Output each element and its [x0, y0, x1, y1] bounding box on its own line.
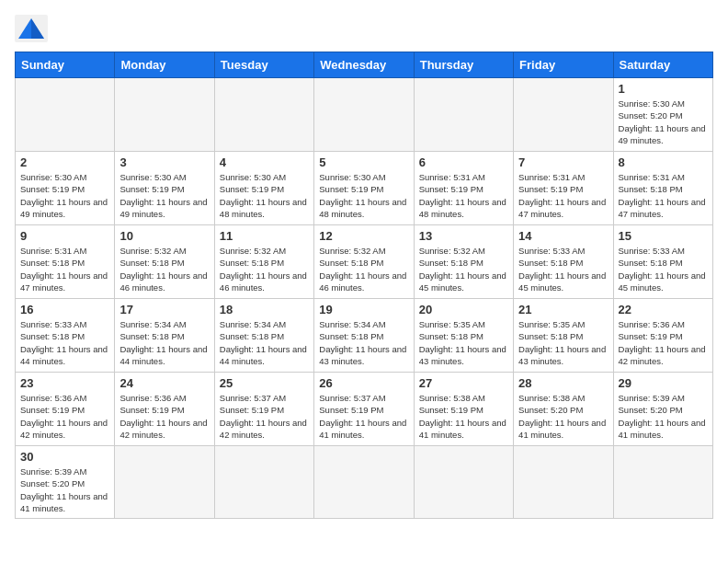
day-info: Sunrise: 5:30 AM Sunset: 5:19 PM Dayligh… — [319, 171, 408, 220]
calendar-cell: 7Sunrise: 5:31 AM Sunset: 5:19 PM Daylig… — [514, 152, 613, 225]
calendar-cell: 23Sunrise: 5:36 AM Sunset: 5:19 PM Dayli… — [16, 373, 115, 446]
calendar-cell: 1Sunrise: 5:30 AM Sunset: 5:20 PM Daylig… — [613, 78, 712, 152]
day-info: Sunrise: 5:33 AM Sunset: 5:18 PM Dayligh… — [20, 318, 109, 367]
col-header-tuesday: Tuesday — [214, 52, 313, 78]
day-info: Sunrise: 5:33 AM Sunset: 5:18 PM Dayligh… — [619, 245, 708, 293]
calendar-cell: 30Sunrise: 5:39 AM Sunset: 5:20 PM Dayli… — [16, 446, 115, 519]
calendar-cell: 27Sunrise: 5:38 AM Sunset: 5:19 PM Dayli… — [414, 373, 513, 446]
calendar-cell: 21Sunrise: 5:35 AM Sunset: 5:18 PM Dayli… — [514, 299, 613, 373]
calendar-cell: 24Sunrise: 5:36 AM Sunset: 5:19 PM Dayli… — [115, 373, 214, 446]
day-info: Sunrise: 5:32 AM Sunset: 5:18 PM Dayligh… — [319, 245, 408, 293]
calendar-cell: 5Sunrise: 5:30 AM Sunset: 5:19 PM Daylig… — [314, 152, 414, 225]
calendar-week-row: 30Sunrise: 5:39 AM Sunset: 5:20 PM Dayli… — [16, 446, 713, 519]
calendar-cell: 13Sunrise: 5:32 AM Sunset: 5:18 PM Dayli… — [414, 225, 513, 299]
logo-icon — [15, 15, 48, 42]
day-number: 4 — [220, 155, 309, 169]
calendar-cell: 12Sunrise: 5:32 AM Sunset: 5:18 PM Dayli… — [314, 225, 414, 299]
day-number: 20 — [419, 303, 508, 316]
day-number: 8 — [619, 155, 708, 169]
day-number: 17 — [119, 303, 209, 316]
day-number: 24 — [119, 376, 209, 390]
col-header-sunday: Sunday — [16, 52, 115, 78]
calendar-cell — [314, 78, 414, 152]
day-number: 7 — [518, 155, 608, 169]
day-info: Sunrise: 5:30 AM Sunset: 5:19 PM Dayligh… — [20, 171, 109, 220]
calendar-week-row: 16Sunrise: 5:33 AM Sunset: 5:18 PM Dayli… — [16, 299, 713, 373]
day-number: 6 — [419, 155, 508, 169]
calendar-table: SundayMondayTuesdayWednesdayThursdayFrid… — [15, 52, 713, 519]
calendar-cell: 8Sunrise: 5:31 AM Sunset: 5:18 PM Daylig… — [613, 152, 712, 225]
calendar-cell: 2Sunrise: 5:30 AM Sunset: 5:19 PM Daylig… — [16, 152, 115, 225]
calendar-week-row: 2Sunrise: 5:30 AM Sunset: 5:19 PM Daylig… — [16, 152, 713, 225]
calendar-cell: 26Sunrise: 5:37 AM Sunset: 5:19 PM Dayli… — [314, 373, 414, 446]
calendar-cell: 14Sunrise: 5:33 AM Sunset: 5:18 PM Dayli… — [514, 225, 613, 299]
calendar-cell — [214, 446, 313, 519]
day-number: 28 — [518, 376, 608, 390]
day-info: Sunrise: 5:31 AM Sunset: 5:18 PM Dayligh… — [619, 171, 708, 220]
day-info: Sunrise: 5:32 AM Sunset: 5:18 PM Dayligh… — [419, 245, 508, 293]
day-number: 30 — [20, 450, 109, 464]
day-number: 25 — [220, 376, 309, 390]
day-info: Sunrise: 5:32 AM Sunset: 5:18 PM Dayligh… — [220, 245, 309, 293]
col-header-saturday: Saturday — [613, 52, 712, 78]
calendar-cell — [214, 78, 313, 152]
day-number: 23 — [20, 376, 109, 390]
day-info: Sunrise: 5:32 AM Sunset: 5:18 PM Dayligh… — [119, 245, 209, 293]
day-info: Sunrise: 5:31 AM Sunset: 5:19 PM Dayligh… — [419, 171, 508, 220]
calendar-week-row: 9Sunrise: 5:31 AM Sunset: 5:18 PM Daylig… — [16, 225, 713, 299]
day-info: Sunrise: 5:37 AM Sunset: 5:19 PM Dayligh… — [319, 392, 408, 441]
calendar-cell — [414, 446, 513, 519]
calendar-cell — [314, 446, 414, 519]
day-info: Sunrise: 5:35 AM Sunset: 5:18 PM Dayligh… — [419, 318, 508, 367]
day-info: Sunrise: 5:31 AM Sunset: 5:18 PM Dayligh… — [20, 245, 109, 293]
calendar-cell: 9Sunrise: 5:31 AM Sunset: 5:18 PM Daylig… — [16, 225, 115, 299]
calendar-cell: 10Sunrise: 5:32 AM Sunset: 5:18 PM Dayli… — [115, 225, 214, 299]
day-info: Sunrise: 5:36 AM Sunset: 5:19 PM Dayligh… — [20, 392, 109, 441]
day-info: Sunrise: 5:37 AM Sunset: 5:19 PM Dayligh… — [220, 392, 309, 441]
day-info: Sunrise: 5:30 AM Sunset: 5:20 PM Dayligh… — [619, 98, 708, 146]
day-number: 18 — [220, 303, 309, 316]
day-number: 10 — [119, 229, 209, 243]
col-header-monday: Monday — [115, 52, 214, 78]
day-info: Sunrise: 5:35 AM Sunset: 5:18 PM Dayligh… — [518, 318, 608, 367]
day-number: 9 — [20, 229, 109, 243]
calendar-cell — [514, 446, 613, 519]
day-number: 22 — [619, 303, 708, 316]
calendar-cell: 15Sunrise: 5:33 AM Sunset: 5:18 PM Dayli… — [613, 225, 712, 299]
day-number: 12 — [319, 229, 408, 243]
calendar-cell: 18Sunrise: 5:34 AM Sunset: 5:18 PM Dayli… — [214, 299, 313, 373]
calendar-cell — [115, 446, 214, 519]
day-number: 19 — [319, 303, 408, 316]
day-info: Sunrise: 5:33 AM Sunset: 5:18 PM Dayligh… — [518, 245, 608, 293]
calendar-cell: 4Sunrise: 5:30 AM Sunset: 5:19 PM Daylig… — [214, 152, 313, 225]
day-info: Sunrise: 5:36 AM Sunset: 5:19 PM Dayligh… — [119, 392, 209, 441]
day-number: 21 — [518, 303, 608, 316]
day-number: 26 — [319, 376, 408, 390]
day-number: 13 — [419, 229, 508, 243]
day-info: Sunrise: 5:34 AM Sunset: 5:18 PM Dayligh… — [119, 318, 209, 367]
calendar-cell: 3Sunrise: 5:30 AM Sunset: 5:19 PM Daylig… — [115, 152, 214, 225]
day-info: Sunrise: 5:31 AM Sunset: 5:19 PM Dayligh… — [518, 171, 608, 220]
page-header — [15, 15, 713, 42]
day-info: Sunrise: 5:36 AM Sunset: 5:19 PM Dayligh… — [619, 318, 708, 367]
calendar-cell — [514, 78, 613, 152]
calendar-cell: 6Sunrise: 5:31 AM Sunset: 5:19 PM Daylig… — [414, 152, 513, 225]
calendar-cell — [115, 78, 214, 152]
day-info: Sunrise: 5:38 AM Sunset: 5:19 PM Dayligh… — [419, 392, 508, 441]
col-header-wednesday: Wednesday — [314, 52, 414, 78]
day-number: 29 — [619, 376, 708, 390]
calendar-cell: 16Sunrise: 5:33 AM Sunset: 5:18 PM Dayli… — [16, 299, 115, 373]
day-info: Sunrise: 5:39 AM Sunset: 5:20 PM Dayligh… — [619, 392, 708, 441]
calendar-cell: 22Sunrise: 5:36 AM Sunset: 5:19 PM Dayli… — [613, 299, 712, 373]
day-number: 11 — [220, 229, 309, 243]
calendar-week-row: 23Sunrise: 5:36 AM Sunset: 5:19 PM Dayli… — [16, 373, 713, 446]
day-number: 2 — [20, 155, 109, 169]
calendar-cell: 11Sunrise: 5:32 AM Sunset: 5:18 PM Dayli… — [214, 225, 313, 299]
day-info: Sunrise: 5:30 AM Sunset: 5:19 PM Dayligh… — [119, 171, 209, 220]
day-info: Sunrise: 5:34 AM Sunset: 5:18 PM Dayligh… — [319, 318, 408, 367]
day-number: 1 — [619, 82, 708, 96]
day-number: 16 — [20, 303, 109, 316]
day-number: 27 — [419, 376, 508, 390]
day-info: Sunrise: 5:38 AM Sunset: 5:20 PM Dayligh… — [518, 392, 608, 441]
col-header-thursday: Thursday — [414, 52, 513, 78]
